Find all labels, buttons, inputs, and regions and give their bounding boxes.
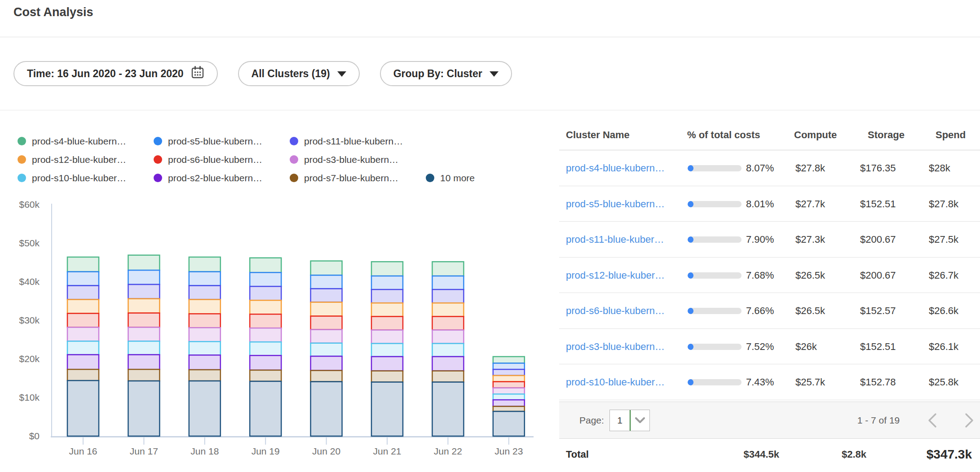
bar-segment[interactable] <box>67 272 99 286</box>
bar-segment[interactable] <box>432 382 464 436</box>
bar-segment[interactable] <box>189 314 221 328</box>
bar-segment[interactable] <box>371 276 403 289</box>
cluster-link[interactable]: prod-s6-blue-kubern… <box>566 293 665 329</box>
legend-item[interactable]: prod-s11-blue-kubern… <box>290 136 426 147</box>
bar-segment[interactable] <box>432 262 464 276</box>
legend-item[interactable]: prod-s10-blue-kuber… <box>18 173 154 184</box>
bar-segment[interactable] <box>371 371 403 382</box>
bar-segment[interactable] <box>432 330 464 344</box>
bar-segment[interactable] <box>371 357 403 371</box>
bar-segment[interactable] <box>189 286 221 300</box>
legend-item[interactable]: prod-s12-blue-kuber… <box>18 154 154 165</box>
bar-segment[interactable] <box>311 275 342 288</box>
bar-segment[interactable] <box>67 327 99 341</box>
bar-segment[interactable] <box>311 382 342 436</box>
legend-item[interactable]: 10 more <box>426 173 475 184</box>
bar-segment[interactable] <box>250 381 281 436</box>
bar-segment[interactable] <box>371 316 403 330</box>
bar-segment[interactable] <box>311 330 342 343</box>
bar-segment[interactable] <box>250 355 281 370</box>
bar-segment[interactable] <box>432 316 464 330</box>
bar-segment[interactable] <box>128 313 159 328</box>
bar-segment[interactable] <box>67 355 99 370</box>
bar-segment[interactable] <box>371 289 403 303</box>
bar-segment[interactable] <box>432 344 464 357</box>
cluster-link[interactable]: prod-s10-blue-kuber… <box>566 364 665 400</box>
page-select[interactable]: 1 <box>609 410 650 431</box>
bar-segment[interactable] <box>189 257 221 272</box>
bar-segment[interactable] <box>128 341 159 354</box>
bar-segment[interactable] <box>493 363 525 369</box>
cluster-link[interactable]: prod-s5-blue-kubern… <box>566 186 665 222</box>
bar-segment[interactable] <box>493 388 525 394</box>
bar-segment[interactable] <box>432 289 464 303</box>
bar-segment[interactable] <box>432 303 464 316</box>
bar-segment[interactable] <box>67 257 99 272</box>
bar-segment[interactable] <box>371 303 403 316</box>
bar-segment[interactable] <box>67 369 99 380</box>
bar-segment[interactable] <box>493 394 525 400</box>
bar-segment[interactable] <box>371 262 403 276</box>
bar-segment[interactable] <box>432 276 464 289</box>
bar-segment[interactable] <box>493 376 525 382</box>
cluster-link[interactable]: prod-s3-blue-kubern… <box>566 329 665 365</box>
bar-segment[interactable] <box>189 300 221 314</box>
bar-segment[interactable] <box>189 370 221 381</box>
bar-segment[interactable] <box>189 328 221 341</box>
legend-item[interactable]: prod-s4-blue-kubern… <box>18 136 154 147</box>
cluster-link[interactable]: prod-s12-blue-kuber… <box>566 258 665 293</box>
bar-segment[interactable] <box>189 381 221 436</box>
bar-segment[interactable] <box>311 371 342 382</box>
clusters-filter-dropdown[interactable]: All Clusters (19) <box>238 61 360 86</box>
cluster-link[interactable]: prod-s4-blue-kubern… <box>566 150 665 186</box>
bar-segment[interactable] <box>250 342 281 355</box>
time-range-filter[interactable]: Time: 16 Jun 2020 - 23 Jun 2020 <box>13 61 218 86</box>
bar-segment[interactable] <box>67 341 99 354</box>
bar-segment[interactable] <box>67 300 99 314</box>
bar-segment[interactable] <box>311 288 342 302</box>
bar-segment[interactable] <box>250 258 281 273</box>
bar-segment[interactable] <box>493 400 525 406</box>
bar-segment[interactable] <box>493 406 525 411</box>
bar-segment[interactable] <box>250 370 281 381</box>
legend-item[interactable]: prod-s6-blue-kubern… <box>154 154 290 165</box>
bar-segment[interactable] <box>67 286 99 300</box>
bar-segment[interactable] <box>371 382 403 436</box>
bar-segment[interactable] <box>493 357 525 363</box>
bar-segment[interactable] <box>432 371 464 382</box>
bar-segment[interactable] <box>250 300 281 314</box>
bar-segment[interactable] <box>128 369 159 381</box>
bar-segment[interactable] <box>128 284 159 299</box>
bar-segment[interactable] <box>493 411 525 436</box>
bar-segment[interactable] <box>311 302 342 316</box>
bar-segment[interactable] <box>432 357 464 371</box>
chevron-left-icon[interactable] <box>927 412 938 430</box>
chevron-right-icon[interactable] <box>963 412 975 430</box>
bar-segment[interactable] <box>371 330 403 344</box>
bar-segment[interactable] <box>493 382 525 388</box>
bar-segment[interactable] <box>189 272 221 286</box>
bar-segment[interactable] <box>128 355 159 370</box>
cluster-link[interactable]: prod-s11-blue-kuber… <box>566 222 664 258</box>
bar-segment[interactable] <box>311 356 342 371</box>
bar-segment[interactable] <box>128 381 159 436</box>
bar-segment[interactable] <box>250 286 281 300</box>
bar-segment[interactable] <box>311 343 342 356</box>
bar-segment[interactable] <box>250 314 281 328</box>
bar-segment[interactable] <box>250 272 281 286</box>
bar-segment[interactable] <box>128 270 159 284</box>
bar-segment[interactable] <box>311 316 342 330</box>
bar-segment[interactable] <box>371 344 403 357</box>
legend-item[interactable]: prod-s3-blue-kubern… <box>290 154 426 165</box>
bar-segment[interactable] <box>311 261 342 275</box>
bar-segment[interactable] <box>189 341 221 355</box>
bar-segment[interactable] <box>128 255 159 271</box>
legend-item[interactable]: prod-s7-blue-kubern… <box>290 173 426 184</box>
bar-segment[interactable] <box>67 314 99 328</box>
bar-segment[interactable] <box>189 355 221 370</box>
group-by-dropdown[interactable]: Group By: Cluster <box>380 61 512 86</box>
legend-item[interactable]: prod-s2-blue-kubern… <box>154 173 290 184</box>
bar-segment[interactable] <box>67 380 99 436</box>
bar-segment[interactable] <box>493 369 525 376</box>
bar-segment[interactable] <box>250 328 281 342</box>
